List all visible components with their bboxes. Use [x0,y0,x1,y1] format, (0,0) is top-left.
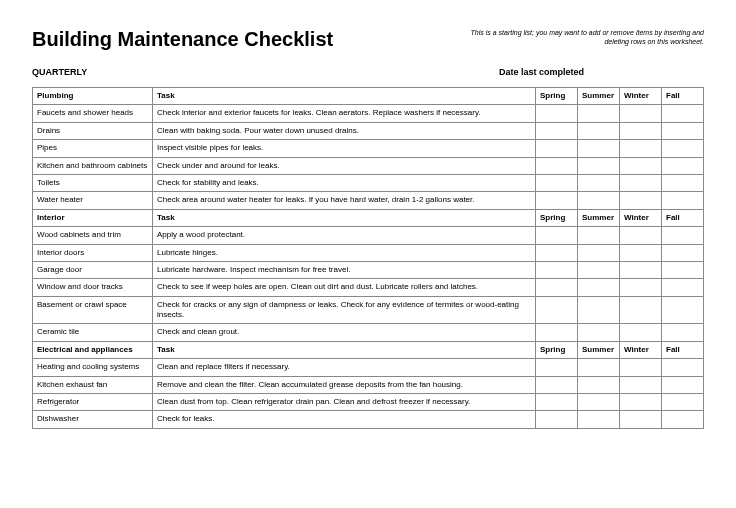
season-cell[interactable] [620,296,662,324]
season-cell[interactable] [536,174,578,191]
table-row: Kitchen exhaust fanRemove and clean the … [33,376,704,393]
season-cell[interactable] [536,105,578,122]
season-cell[interactable] [620,244,662,261]
season-cell[interactable] [578,359,620,376]
quarterly-label: QUARTERLY [32,67,87,77]
season-cell[interactable] [536,140,578,157]
season-cell[interactable] [620,157,662,174]
season-cell[interactable] [578,227,620,244]
item-cell: Wood cabinets and trim [33,227,153,244]
season-cell[interactable] [620,359,662,376]
task-cell: Check interior and exterior faucets for … [153,105,536,122]
season-cell[interactable] [578,192,620,209]
season-cell[interactable] [620,411,662,428]
season-cell[interactable] [620,192,662,209]
season-column-header: Spring [536,341,578,358]
season-cell[interactable] [536,411,578,428]
section-header-row: Electrical and appliancesTaskSpringSumme… [33,341,704,358]
season-cell[interactable] [620,174,662,191]
season-cell[interactable] [662,140,704,157]
season-cell[interactable] [662,174,704,191]
season-cell[interactable] [536,192,578,209]
season-cell[interactable] [578,376,620,393]
season-cell[interactable] [578,324,620,341]
season-cell[interactable] [662,296,704,324]
season-column-header: Spring [536,209,578,226]
season-cell[interactable] [662,394,704,411]
table-row: Kitchen and bathroom cabinetsCheck under… [33,157,704,174]
season-cell[interactable] [662,227,704,244]
item-cell: Kitchen and bathroom cabinets [33,157,153,174]
season-cell[interactable] [620,140,662,157]
item-cell: Window and door tracks [33,279,153,296]
season-cell[interactable] [620,376,662,393]
table-row: Wood cabinets and trimApply a wood prote… [33,227,704,244]
task-column-header: Task [153,341,536,358]
season-cell[interactable] [620,324,662,341]
season-cell[interactable] [662,122,704,139]
season-cell[interactable] [662,279,704,296]
section-name: Plumbing [33,88,153,105]
season-cell[interactable] [578,296,620,324]
season-cell[interactable] [662,157,704,174]
season-cell[interactable] [578,244,620,261]
season-cell[interactable] [536,157,578,174]
item-cell: Heating and cooling systems [33,359,153,376]
season-cell[interactable] [536,296,578,324]
season-column-header: Winter [620,341,662,358]
table-row: Faucets and shower headsCheck interior a… [33,105,704,122]
date-last-completed-label: Date last completed [499,67,584,77]
season-column-header: Summer [578,88,620,105]
task-cell: Clean and replace filters if necessary. [153,359,536,376]
season-cell[interactable] [536,279,578,296]
season-cell[interactable] [578,394,620,411]
season-column-header: Winter [620,88,662,105]
table-row: Interior doorsLubricate hinges. [33,244,704,261]
header-note: This is a starting list; you may want to… [464,28,704,46]
season-cell[interactable] [578,140,620,157]
item-cell: Kitchen exhaust fan [33,376,153,393]
season-cell[interactable] [536,359,578,376]
season-cell[interactable] [536,227,578,244]
task-cell: Lubricate hardware. Inspect mechanism fo… [153,261,536,278]
season-cell[interactable] [578,157,620,174]
season-cell[interactable] [620,261,662,278]
season-cell[interactable] [536,244,578,261]
task-cell: Remove and clean the filter. Clean accum… [153,376,536,393]
season-cell[interactable] [578,174,620,191]
season-cell[interactable] [662,376,704,393]
season-column-header: Fall [662,341,704,358]
season-cell[interactable] [578,105,620,122]
table-row: Heating and cooling systemsClean and rep… [33,359,704,376]
task-cell: Clean dust from top. Clean refrigerator … [153,394,536,411]
season-cell[interactable] [620,279,662,296]
checklist-table: PlumbingTaskSpringSummerWinterFallFaucet… [32,87,704,429]
season-cell[interactable] [620,105,662,122]
season-cell[interactable] [536,324,578,341]
season-cell[interactable] [662,324,704,341]
season-cell[interactable] [536,376,578,393]
season-cell[interactable] [662,244,704,261]
season-cell[interactable] [662,359,704,376]
season-cell[interactable] [578,411,620,428]
item-cell: Garage door [33,261,153,278]
season-cell[interactable] [536,394,578,411]
season-cell[interactable] [620,227,662,244]
season-cell[interactable] [662,411,704,428]
item-cell: Dishwasher [33,411,153,428]
season-cell[interactable] [578,122,620,139]
item-cell: Ceramic tile [33,324,153,341]
season-cell[interactable] [662,105,704,122]
season-cell[interactable] [620,122,662,139]
page-title: Building Maintenance Checklist [32,28,333,51]
season-cell[interactable] [536,261,578,278]
season-cell[interactable] [578,279,620,296]
season-cell[interactable] [662,192,704,209]
season-cell[interactable] [536,122,578,139]
season-cell[interactable] [620,394,662,411]
item-cell: Drains [33,122,153,139]
season-cell[interactable] [578,261,620,278]
table-row: RefrigeratorClean dust from top. Clean r… [33,394,704,411]
season-cell[interactable] [662,261,704,278]
season-column-header: Spring [536,88,578,105]
